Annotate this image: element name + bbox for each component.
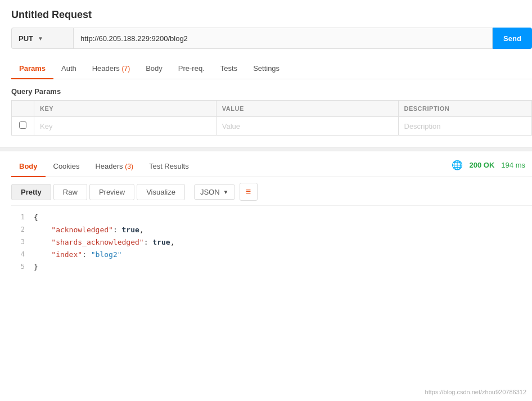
table-row: Key Value Description	[12, 117, 532, 136]
tab-settings[interactable]: Settings	[245, 58, 287, 79]
request-tabs-bar: Params Auth Headers (7) Body Pre-req. Te…	[11, 58, 532, 79]
send-button[interactable]: Send	[493, 28, 532, 49]
page-title: Untitled Request	[11, 0, 532, 28]
method-select[interactable]: PUT ▼	[11, 28, 73, 49]
format-tab-raw[interactable]: Raw	[53, 184, 87, 200]
json-output: 1 { 2 "acknowledged": true, 3 "shards_ac…	[11, 206, 532, 279]
json-line-5: 5 }	[11, 261, 532, 273]
response-status-area: 🌐 200 OK 194 ms	[452, 160, 532, 173]
col-value-header: VALUE	[216, 101, 398, 117]
response-tab-headers[interactable]: Headers (3)	[87, 156, 141, 177]
format-type-select[interactable]: JSON ▼	[194, 184, 235, 200]
url-input[interactable]	[73, 28, 493, 49]
response-tab-cookies[interactable]: Cookies	[46, 156, 88, 177]
desc-cell: Description	[398, 117, 532, 136]
tab-prereq[interactable]: Pre-req.	[170, 58, 213, 79]
format-tab-preview[interactable]: Preview	[89, 184, 134, 200]
tab-params[interactable]: Params	[11, 58, 53, 79]
wrap-button[interactable]: ≡	[240, 183, 258, 201]
query-params-label: Query Params	[11, 79, 532, 100]
method-label: PUT	[19, 34, 33, 43]
format-bar: Pretty Raw Preview Visualize JSON ▼ ≡	[11, 177, 532, 206]
json-line-4: 4 "index": "blog2"	[11, 249, 532, 261]
response-tab-testresults[interactable]: Test Results	[141, 156, 197, 177]
section-divider	[0, 147, 532, 151]
globe-icon: 🌐	[452, 160, 463, 170]
response-tabs-bar: Body Cookies Headers (3) Test Results 🌐 …	[11, 151, 532, 177]
col-desc-header: DESCRIPTION	[398, 101, 532, 117]
tab-auth[interactable]: Auth	[53, 58, 84, 79]
value-cell: Value	[216, 117, 398, 136]
row-checkbox[interactable]	[19, 121, 26, 129]
tab-body[interactable]: Body	[138, 58, 170, 79]
col-check-header	[12, 101, 34, 117]
chevron-down-icon: ▼	[223, 189, 229, 195]
tab-tests[interactable]: Tests	[213, 58, 245, 79]
response-tab-body[interactable]: Body	[11, 156, 46, 177]
row-checkbox-cell	[12, 117, 34, 136]
json-line-3: 3 "shards_acknowledged": true,	[11, 236, 532, 249]
json-line-2: 2 "acknowledged": true,	[11, 224, 532, 236]
col-key-header: KEY	[34, 101, 217, 117]
status-time: 194 ms	[501, 161, 525, 169]
key-cell: Key	[34, 117, 217, 136]
tab-headers[interactable]: Headers (7)	[84, 58, 138, 79]
status-text: 200 OK	[470, 161, 495, 169]
chevron-down-icon: ▼	[38, 35, 43, 42]
format-tab-pretty[interactable]: Pretty	[11, 184, 51, 200]
params-table: KEY VALUE DESCRIPTION Key Value Descript…	[11, 100, 532, 136]
format-type-label: JSON	[200, 188, 220, 196]
url-bar: PUT ▼ Send	[11, 28, 532, 49]
format-tab-visualize[interactable]: Visualize	[137, 184, 185, 200]
watermark: https://blog.csdn.net/zhou920786312	[425, 389, 526, 395]
response-section: Body Cookies Headers (3) Test Results 🌐 …	[11, 151, 532, 279]
json-line-1: 1 {	[11, 211, 532, 224]
